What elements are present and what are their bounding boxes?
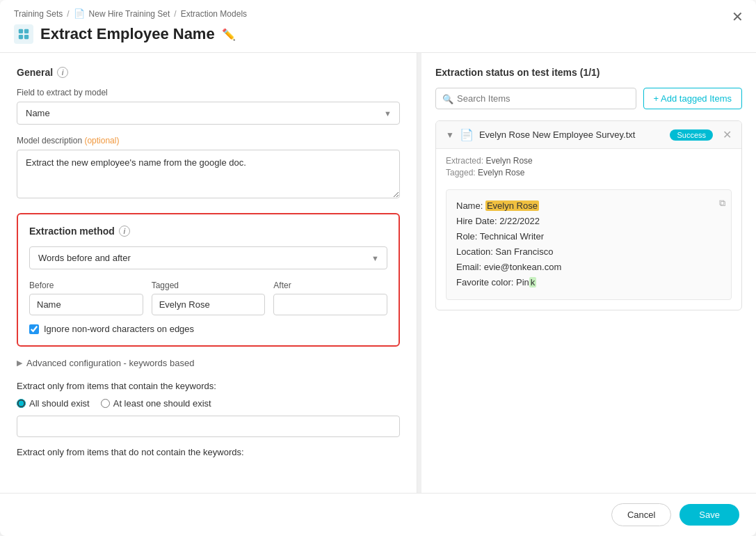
- modal-footer: Cancel Save: [0, 493, 756, 536]
- preview-line6: Favorite color: Pink: [456, 275, 721, 290]
- extraction-method-box: Extraction method i Words before and aft…: [17, 213, 400, 347]
- keywords-title: Extract only from items that contain the…: [17, 381, 400, 391]
- tagged-label: Tagged: [152, 281, 266, 290]
- general-label: General: [17, 67, 53, 78]
- radio-all-input[interactable]: [17, 399, 26, 408]
- extraction-select-wrapper: Words before and after ▼: [29, 246, 387, 269]
- tagged-row: Tagged: Evelyn Rose: [446, 168, 732, 178]
- breadcrumb-part1[interactable]: Training Sets: [14, 9, 63, 19]
- model-desc-text: Model description: [17, 136, 82, 145]
- svg-rect-2: [19, 35, 23, 39]
- keywords-input[interactable]: [17, 416, 400, 437]
- field-to-extract-label: Field to extract by model: [17, 88, 400, 97]
- page-title: Extract Employee Name: [40, 25, 215, 43]
- extraction-method-label: Extraction method: [29, 226, 115, 237]
- preview-end-highlight: k: [529, 277, 537, 287]
- item-card-header: ▼ 📄 Evelyn Rose New Employee Survey.txt …: [436, 121, 741, 149]
- modal-container: Training Sets / 📄 New Hire Training Set …: [0, 0, 756, 536]
- after-col: After: [273, 281, 387, 315]
- preview-line5: Email: evie@tonkean.com: [456, 260, 721, 275]
- extraction-method-info-icon[interactable]: i: [119, 226, 130, 237]
- search-box: 🔍: [435, 88, 636, 109]
- general-info-icon[interactable]: i: [57, 67, 68, 78]
- edit-icon[interactable]: ✏️: [222, 28, 236, 41]
- item-card-doc-icon: 📄: [460, 128, 474, 141]
- preview-line1: Name: Evelyn Rose: [456, 198, 721, 214]
- doc-preview-lines: Name: Evelyn Rose Hire Date: 2/22/2022 R…: [456, 198, 721, 291]
- left-panel: General i Field to extract by model Name…: [0, 53, 417, 493]
- after-label: After: [273, 281, 387, 290]
- field-to-extract-select[interactable]: Name: [17, 102, 400, 125]
- title-row: Extract Employee Name ✏️: [14, 24, 742, 52]
- tagged-input[interactable]: Evelyn Rose: [152, 294, 266, 315]
- model-desc-label: Model description (optional): [17, 136, 400, 145]
- breadcrumb-part3[interactable]: Extraction Models: [181, 9, 247, 19]
- right-panel: Extraction status on test items (1/1) 🔍 …: [421, 53, 756, 493]
- radio-atleast-label: At least one should exist: [113, 398, 211, 409]
- before-col: Before Name: [29, 281, 143, 315]
- search-icon: 🔍: [442, 93, 453, 104]
- extraction-method-title: Extraction method i: [29, 226, 387, 237]
- general-section-title: General i: [17, 67, 400, 78]
- svg-rect-0: [19, 29, 23, 33]
- item-card-chevron-icon[interactable]: ▼: [446, 130, 454, 140]
- modal-body: General i Field to extract by model Name…: [0, 53, 756, 493]
- tagged-col: Tagged Evelyn Rose: [152, 281, 266, 315]
- breadcrumb-part2[interactable]: New Hire Training Set: [89, 9, 170, 19]
- radio-atleast-input[interactable]: [101, 399, 110, 408]
- preview-line2: Hire Date: 2/22/2022: [456, 214, 721, 229]
- radio-option-atleast[interactable]: At least one should exist: [101, 398, 211, 409]
- ignore-nonword-checkbox[interactable]: [29, 324, 39, 334]
- svg-rect-1: [24, 29, 29, 33]
- extracted-label: Extracted:: [446, 156, 483, 166]
- search-add-row: 🔍 + Add tagged Items: [435, 88, 742, 109]
- advanced-config-label: Advanced configuration - keywords based: [26, 358, 194, 368]
- search-input[interactable]: [435, 88, 636, 109]
- save-button[interactable]: Save: [679, 504, 739, 526]
- item-card-meta: Extracted: Evelyn Rose Tagged: Evelyn Ro…: [436, 149, 741, 182]
- item-card: ▼ 📄 Evelyn Rose New Employee Survey.txt …: [435, 120, 742, 310]
- doc-icon: 📄: [74, 8, 85, 19]
- after-input[interactable]: [273, 294, 387, 315]
- preview-name-highlight: Evelyn Rose: [485, 200, 539, 211]
- advanced-config[interactable]: ▶ Advanced configuration - keywords base…: [17, 358, 400, 368]
- add-tagged-button[interactable]: + Add tagged Items: [643, 88, 742, 109]
- preview-line6-pre: Favorite color: Pin: [456, 277, 529, 287]
- radio-option-all[interactable]: All should exist: [17, 398, 90, 409]
- preview-line3: Role: Technical Writer: [456, 229, 721, 244]
- radio-all-label: All should exist: [29, 398, 90, 409]
- before-tagged-after-row: Before Name Tagged Evelyn Rose After: [29, 281, 387, 315]
- advanced-config-chevron: ▶: [17, 358, 22, 368]
- radio-row: All should exist At least one should exi…: [17, 398, 400, 409]
- optional-label: (optional): [84, 136, 119, 145]
- item-card-close-icon[interactable]: ✕: [723, 128, 732, 141]
- model-description-textarea[interactable]: Extract the new employee's name from the…: [17, 150, 400, 198]
- ignore-nonword-label: Ignore non-word characters on edges: [44, 324, 194, 334]
- item-card-name: Evelyn Rose New Employee Survey.txt: [479, 129, 665, 140]
- close-button[interactable]: ✕: [732, 10, 743, 24]
- svg-rect-3: [24, 35, 29, 39]
- before-input[interactable]: Name: [29, 294, 143, 315]
- preview-line4: Location: San Francisco: [456, 244, 721, 260]
- right-panel-title: Extraction status on test items (1/1): [435, 67, 742, 78]
- tagged-meta-value: Evelyn Rose: [478, 168, 524, 178]
- doc-preview: ⧉ Name: Evelyn Rose Hire Date: 2/22/2022…: [446, 189, 732, 300]
- tagged-meta-label: Tagged:: [446, 168, 476, 178]
- extracted-value: Evelyn Rose: [485, 156, 532, 166]
- cancel-button[interactable]: Cancel: [611, 503, 671, 526]
- modal-header: Training Sets / 📄 New Hire Training Set …: [0, 0, 756, 53]
- success-badge: Success: [670, 129, 713, 141]
- extracted-row: Extracted: Evelyn Rose: [446, 156, 732, 166]
- before-label: Before: [29, 281, 143, 290]
- checkbox-row: Ignore non-word characters on edges: [29, 324, 387, 334]
- title-icon: [14, 24, 33, 44]
- doc-expand-icon[interactable]: ⧉: [719, 196, 725, 211]
- breadcrumb-sep2: /: [174, 9, 176, 19]
- field-to-extract-wrapper: Name ▼: [17, 102, 400, 125]
- preview-line1-pre: Name:: [456, 200, 485, 211]
- exclude-keywords-title: Extract only from items that do not cont…: [17, 447, 400, 457]
- breadcrumb-sep1: /: [67, 9, 69, 19]
- breadcrumb: Training Sets / 📄 New Hire Training Set …: [14, 8, 742, 19]
- extraction-method-select[interactable]: Words before and after: [29, 246, 387, 269]
